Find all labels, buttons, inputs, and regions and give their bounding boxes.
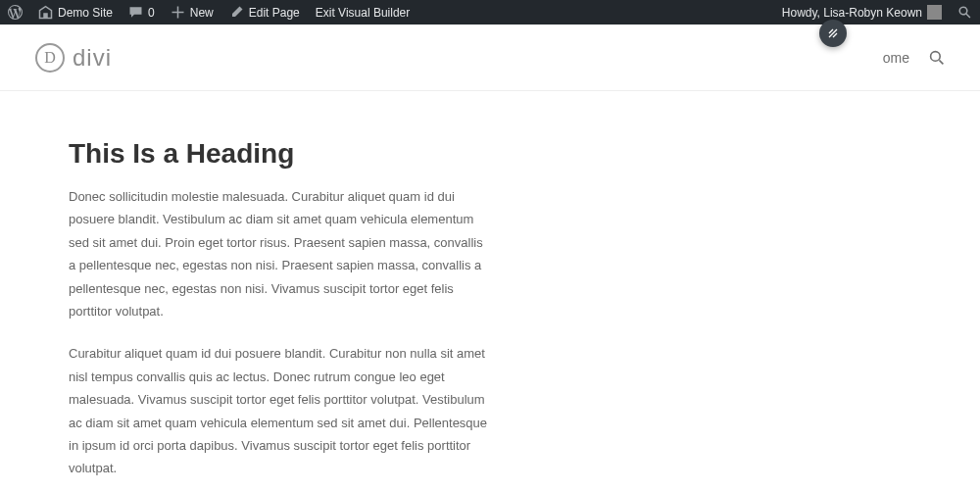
svg-line-1 [939,60,943,64]
svg-point-0 [931,51,941,61]
comments-link[interactable]: 0 [121,0,163,25]
new-link[interactable]: New [163,0,221,25]
paragraph-2: Curabitur aliquet quam id dui posuere bl… [69,342,490,479]
wp-logo[interactable] [0,0,30,25]
exit-visual-builder[interactable]: Exit Visual Builder [308,0,418,25]
page-content: This Is a Heading Donec sollicitudin mol… [0,91,980,480]
admin-search[interactable] [950,0,980,25]
user-avatar [927,5,942,20]
logo-mark: D [35,43,65,73]
site-name-link[interactable]: Demo Site [30,0,121,25]
page-heading: This Is a Heading [69,138,945,170]
logo-text: divi [73,44,112,72]
nav-home[interactable]: ome [883,50,909,66]
resize-handle[interactable] [819,20,847,47]
site-search-icon[interactable] [929,50,945,66]
site-logo[interactable]: D divi [35,43,112,73]
howdy-user[interactable]: Howdy, Lisa-Robyn Keown [774,0,950,25]
edit-page-link[interactable]: Edit Page [221,0,308,25]
paragraph-1: Donec sollicitudin molestie malesuada. C… [69,185,490,322]
